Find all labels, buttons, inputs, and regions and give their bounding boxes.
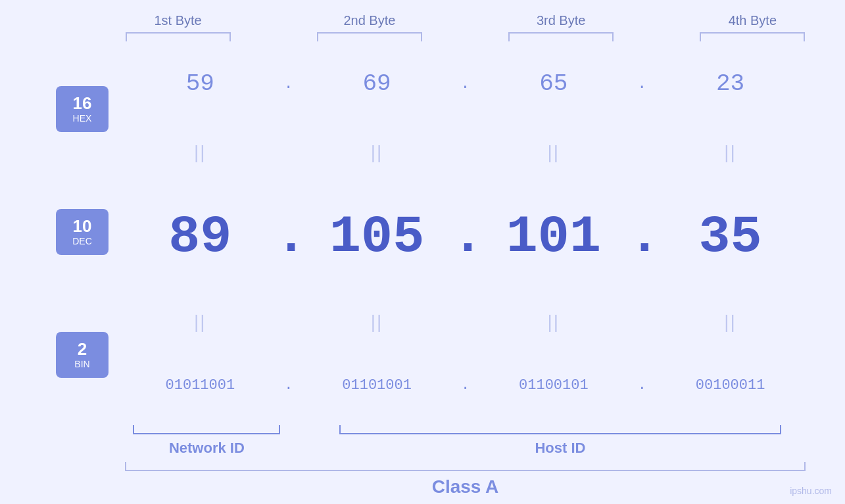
dec-badge: 10 DEC — [56, 209, 109, 255]
byte-col-2: 2nd Byte — [274, 13, 465, 41]
network-id-label: Network ID — [169, 440, 245, 457]
equals-row-1: || || || || — [125, 142, 806, 163]
byte-col-4: 4th Byte — [657, 13, 845, 41]
bin-byte-4: 00100011 — [655, 377, 806, 394]
dec-row: 89 . 105 . 101 . 35 — [125, 207, 806, 267]
host-id-label: Host ID — [535, 440, 585, 457]
hex-byte-2: 69 — [302, 70, 452, 97]
byte-header-4: 4th Byte — [729, 13, 777, 28]
dec-byte-2: 105 — [302, 207, 452, 267]
eq-sym-1: || — [194, 142, 206, 163]
dot-sep-b2: . — [452, 377, 479, 394]
class-bracket — [125, 462, 806, 471]
hex-byte-4: 23 — [655, 70, 806, 97]
hex-badge: 16 HEX — [56, 86, 109, 132]
eq-sym-6: || — [371, 311, 383, 332]
bracket-top-4 — [700, 32, 805, 41]
network-bracket-container: Network ID — [125, 425, 289, 457]
hex-byte-3: 65 — [479, 70, 629, 97]
eq-sym-7: || — [548, 311, 560, 332]
bin-byte-1: 01011001 — [125, 377, 276, 394]
eq-sym-5: || — [194, 311, 206, 332]
hex-byte-1: 59 — [125, 70, 276, 97]
host-bracket-container: Host ID — [315, 425, 806, 457]
main-content: 16 HEX 10 DEC 2 BIN 59 . 69 . 65 . 23 — [39, 41, 806, 423]
id-brackets-row: Network ID Host ID — [39, 425, 806, 457]
data-section: 59 . 69 . 65 . 23 || || || || 89 — [125, 41, 806, 423]
bracket-top-3 — [508, 32, 614, 41]
labels-column: 16 HEX 10 DEC 2 BIN — [39, 41, 125, 423]
dot-sep-d1: . — [276, 207, 302, 267]
dot-sep-d2: . — [452, 207, 479, 267]
eq-sym-2: || — [371, 142, 383, 163]
dec-byte-1: 89 — [125, 207, 276, 267]
dot-sep-d3: . — [629, 207, 655, 267]
dec-label: DEC — [72, 236, 92, 246]
dot-sep-h1: . — [276, 75, 302, 93]
byte-header-1: 1st Byte — [154, 13, 201, 28]
hex-number: 16 — [73, 95, 92, 112]
equals-row-2: || || || || — [125, 311, 806, 332]
byte-headers-row: 1st Byte 2nd Byte 3rd Byte 4th Byte — [82, 13, 845, 41]
watermark: ipshu.com — [790, 486, 832, 496]
byte-col-3: 3rd Byte — [466, 13, 657, 41]
class-section: Class A — [39, 462, 806, 497]
class-label: Class A — [432, 476, 499, 497]
dot-sep-b3: . — [629, 377, 655, 394]
bin-byte-2: 01101001 — [302, 377, 452, 394]
bracket-top-2 — [317, 32, 422, 41]
bin-row: 01011001 . 01101001 . 01100101 . 0010001… — [125, 377, 806, 394]
byte-header-2: 2nd Byte — [343, 13, 395, 28]
main-container: 1st Byte 2nd Byte 3rd Byte 4th Byte 16 H… — [0, 0, 845, 504]
bin-label: BIN — [74, 359, 89, 369]
bin-number: 2 — [78, 340, 87, 357]
dec-byte-3: 101 — [479, 207, 629, 267]
dot-sep-h2: . — [452, 75, 479, 93]
host-bracket-bottom — [339, 425, 781, 434]
dec-number: 10 — [73, 218, 92, 235]
dec-byte-4: 35 — [655, 207, 806, 267]
dot-sep-h3: . — [629, 75, 655, 93]
bracket-top-1 — [126, 32, 231, 41]
eq-sym-4: || — [724, 142, 736, 163]
hex-row: 59 . 69 . 65 . 23 — [125, 70, 806, 97]
dot-sep-b1: . — [276, 377, 302, 394]
bin-badge: 2 BIN — [56, 332, 109, 378]
eq-sym-3: || — [548, 142, 560, 163]
byte-header-3: 3rd Byte — [537, 13, 585, 28]
bin-byte-3: 01100101 — [479, 377, 629, 394]
byte-col-1: 1st Byte — [82, 13, 274, 41]
hex-label: HEX — [73, 113, 92, 124]
eq-sym-8: || — [724, 311, 736, 332]
network-bracket-bottom — [133, 425, 280, 434]
